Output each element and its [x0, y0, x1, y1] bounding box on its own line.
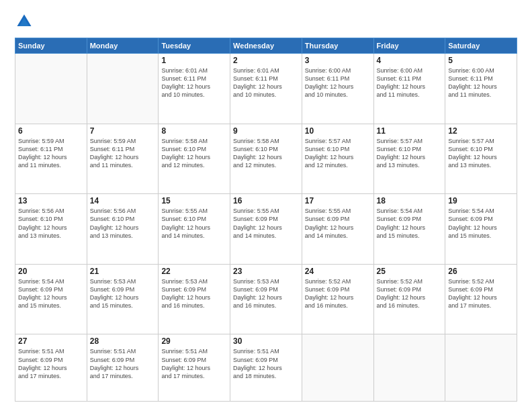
calendar-cell: 23Sunrise: 5:53 AM Sunset: 6:09 PM Dayli… — [230, 264, 302, 334]
header — [15, 12, 517, 31]
calendar-cell: 20Sunrise: 5:54 AM Sunset: 6:09 PM Dayli… — [15, 264, 87, 334]
day-number: 8 — [161, 126, 227, 136]
day-number: 25 — [377, 267, 443, 276]
day-info: Sunrise: 5:53 AM Sunset: 6:09 PM Dayligh… — [90, 277, 156, 310]
day-number: 27 — [18, 336, 84, 346]
day-info: Sunrise: 5:55 AM Sunset: 6:09 PM Dayligh… — [233, 207, 299, 240]
day-info: Sunrise: 5:55 AM Sunset: 6:09 PM Dayligh… — [305, 207, 371, 240]
calendar-header-wednesday: Wednesday — [230, 38, 302, 54]
calendar-cell: 7Sunrise: 5:59 AM Sunset: 6:11 PM Daylig… — [87, 124, 159, 194]
calendar-cell: 9Sunrise: 5:58 AM Sunset: 6:10 PM Daylig… — [230, 124, 302, 194]
day-info: Sunrise: 6:00 AM Sunset: 6:11 PM Dayligh… — [448, 66, 514, 99]
day-number: 9 — [233, 126, 299, 136]
day-info: Sunrise: 5:54 AM Sunset: 6:09 PM Dayligh… — [448, 207, 514, 240]
calendar-cell: 13Sunrise: 5:56 AM Sunset: 6:10 PM Dayli… — [15, 194, 87, 265]
day-info: Sunrise: 5:52 AM Sunset: 6:09 PM Dayligh… — [377, 277, 443, 310]
calendar-cell: 28Sunrise: 5:51 AM Sunset: 6:09 PM Dayli… — [87, 334, 159, 402]
day-number: 16 — [233, 196, 299, 205]
calendar-cell: 26Sunrise: 5:52 AM Sunset: 6:09 PM Dayli… — [445, 264, 517, 334]
calendar-cell: 14Sunrise: 5:56 AM Sunset: 6:10 PM Dayli… — [87, 194, 159, 265]
logo — [15, 12, 36, 31]
day-info: Sunrise: 6:01 AM Sunset: 6:11 PM Dayligh… — [233, 66, 299, 99]
day-number: 3 — [305, 56, 371, 65]
day-number: 1 — [161, 56, 227, 65]
calendar-cell: 29Sunrise: 5:51 AM Sunset: 6:09 PM Dayli… — [159, 334, 230, 402]
calendar-header-monday: Monday — [87, 38, 159, 54]
day-number: 2 — [233, 56, 299, 65]
calendar-week-row: 1Sunrise: 6:01 AM Sunset: 6:11 PM Daylig… — [15, 54, 517, 124]
calendar-cell — [302, 334, 373, 402]
day-info: Sunrise: 5:59 AM Sunset: 6:11 PM Dayligh… — [90, 137, 156, 170]
logo-icon — [15, 12, 34, 31]
calendar-week-row: 27Sunrise: 5:51 AM Sunset: 6:09 PM Dayli… — [15, 334, 517, 402]
day-info: Sunrise: 5:56 AM Sunset: 6:10 PM Dayligh… — [18, 207, 84, 240]
calendar-header-friday: Friday — [373, 38, 445, 54]
calendar-cell — [445, 334, 517, 402]
day-info: Sunrise: 5:54 AM Sunset: 6:09 PM Dayligh… — [18, 277, 84, 310]
calendar-cell: 12Sunrise: 5:57 AM Sunset: 6:10 PM Dayli… — [445, 124, 517, 194]
day-info: Sunrise: 5:57 AM Sunset: 6:10 PM Dayligh… — [377, 137, 443, 170]
calendar-cell: 17Sunrise: 5:55 AM Sunset: 6:09 PM Dayli… — [302, 194, 373, 265]
calendar-cell: 21Sunrise: 5:53 AM Sunset: 6:09 PM Dayli… — [87, 264, 159, 334]
day-info: Sunrise: 5:52 AM Sunset: 6:09 PM Dayligh… — [448, 277, 514, 310]
day-number: 14 — [90, 196, 156, 205]
day-info: Sunrise: 5:53 AM Sunset: 6:09 PM Dayligh… — [161, 277, 227, 310]
day-number: 6 — [18, 126, 84, 136]
day-info: Sunrise: 5:52 AM Sunset: 6:09 PM Dayligh… — [305, 277, 371, 310]
day-number: 11 — [377, 126, 443, 136]
calendar-cell — [15, 54, 87, 124]
day-info: Sunrise: 6:01 AM Sunset: 6:11 PM Dayligh… — [161, 66, 227, 99]
day-number: 7 — [90, 126, 156, 136]
day-number: 24 — [305, 267, 371, 276]
day-info: Sunrise: 5:58 AM Sunset: 6:10 PM Dayligh… — [161, 137, 227, 170]
calendar-cell: 3Sunrise: 6:00 AM Sunset: 6:11 PM Daylig… — [302, 54, 373, 124]
calendar-cell: 22Sunrise: 5:53 AM Sunset: 6:09 PM Dayli… — [159, 264, 230, 334]
day-number: 18 — [377, 196, 443, 205]
day-number: 17 — [305, 196, 371, 205]
calendar-header-row: SundayMondayTuesdayWednesdayThursdayFrid… — [15, 38, 517, 54]
calendar-header-thursday: Thursday — [302, 38, 373, 54]
calendar-cell: 18Sunrise: 5:54 AM Sunset: 6:09 PM Dayli… — [373, 194, 445, 265]
day-info: Sunrise: 5:55 AM Sunset: 6:10 PM Dayligh… — [161, 207, 227, 240]
calendar-cell: 1Sunrise: 6:01 AM Sunset: 6:11 PM Daylig… — [159, 54, 230, 124]
calendar-week-row: 13Sunrise: 5:56 AM Sunset: 6:10 PM Dayli… — [15, 194, 517, 265]
calendar-cell: 16Sunrise: 5:55 AM Sunset: 6:09 PM Dayli… — [230, 194, 302, 265]
day-info: Sunrise: 5:51 AM Sunset: 6:09 PM Dayligh… — [90, 347, 156, 380]
day-info: Sunrise: 6:00 AM Sunset: 6:11 PM Dayligh… — [305, 66, 371, 99]
day-number: 19 — [448, 196, 514, 205]
day-info: Sunrise: 5:57 AM Sunset: 6:10 PM Dayligh… — [448, 137, 514, 170]
calendar-cell: 27Sunrise: 5:51 AM Sunset: 6:09 PM Dayli… — [15, 334, 87, 402]
day-number: 29 — [161, 336, 227, 346]
day-info: Sunrise: 5:53 AM Sunset: 6:09 PM Dayligh… — [233, 277, 299, 310]
day-number: 5 — [448, 56, 514, 65]
day-info: Sunrise: 5:59 AM Sunset: 6:11 PM Dayligh… — [18, 137, 84, 170]
calendar-cell — [373, 334, 445, 402]
day-number: 13 — [18, 196, 84, 205]
calendar-cell: 19Sunrise: 5:54 AM Sunset: 6:09 PM Dayli… — [445, 194, 517, 265]
day-info: Sunrise: 5:58 AM Sunset: 6:10 PM Dayligh… — [233, 137, 299, 170]
day-info: Sunrise: 5:51 AM Sunset: 6:09 PM Dayligh… — [161, 347, 227, 380]
calendar-cell: 8Sunrise: 5:58 AM Sunset: 6:10 PM Daylig… — [159, 124, 230, 194]
day-number: 20 — [18, 267, 84, 276]
calendar-cell: 15Sunrise: 5:55 AM Sunset: 6:10 PM Dayli… — [159, 194, 230, 265]
calendar-table: SundayMondayTuesdayWednesdayThursdayFrid… — [15, 38, 517, 402]
day-info: Sunrise: 5:51 AM Sunset: 6:09 PM Dayligh… — [233, 347, 299, 380]
calendar-header-sunday: Sunday — [15, 38, 87, 54]
calendar-cell: 25Sunrise: 5:52 AM Sunset: 6:09 PM Dayli… — [373, 264, 445, 334]
day-info: Sunrise: 5:57 AM Sunset: 6:10 PM Dayligh… — [305, 137, 371, 170]
calendar-cell: 2Sunrise: 6:01 AM Sunset: 6:11 PM Daylig… — [230, 54, 302, 124]
calendar-cell: 11Sunrise: 5:57 AM Sunset: 6:10 PM Dayli… — [373, 124, 445, 194]
calendar-week-row: 20Sunrise: 5:54 AM Sunset: 6:09 PM Dayli… — [15, 264, 517, 334]
day-info: Sunrise: 5:54 AM Sunset: 6:09 PM Dayligh… — [377, 207, 443, 240]
calendar-cell: 10Sunrise: 5:57 AM Sunset: 6:10 PM Dayli… — [302, 124, 373, 194]
day-number: 12 — [448, 126, 514, 136]
calendar-cell — [87, 54, 159, 124]
calendar-cell: 4Sunrise: 6:00 AM Sunset: 6:11 PM Daylig… — [373, 54, 445, 124]
day-info: Sunrise: 5:51 AM Sunset: 6:09 PM Dayligh… — [18, 347, 84, 380]
day-number: 28 — [90, 336, 156, 346]
day-number: 4 — [377, 56, 443, 65]
page: SundayMondayTuesdayWednesdayThursdayFrid… — [0, 0, 532, 411]
day-number: 26 — [448, 267, 514, 276]
calendar-cell: 24Sunrise: 5:52 AM Sunset: 6:09 PM Dayli… — [302, 264, 373, 334]
calendar-header-tuesday: Tuesday — [159, 38, 230, 54]
